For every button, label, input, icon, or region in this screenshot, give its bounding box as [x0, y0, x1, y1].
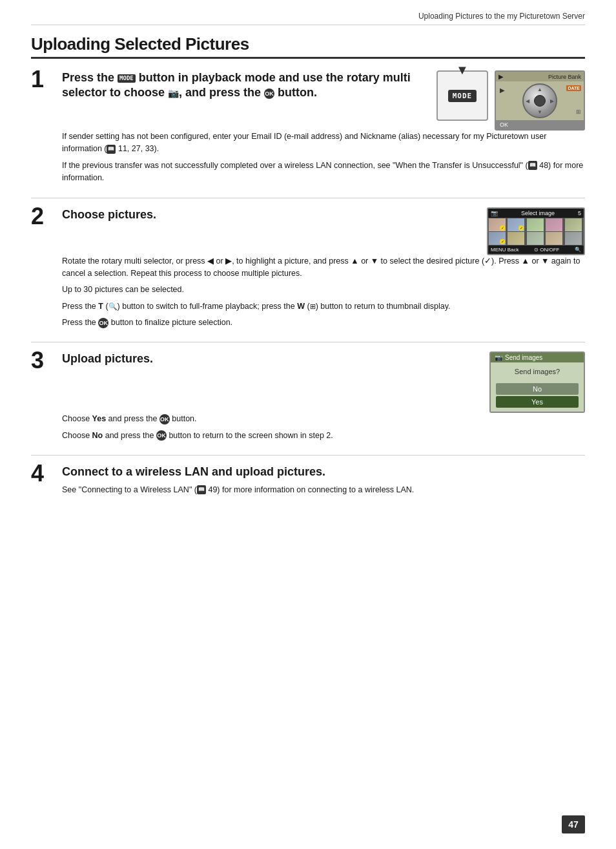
- step-1-para-1: If sender setting has not been configure…: [62, 131, 585, 156]
- header-title: Uploading Pictures to the my Picturetown…: [31, 12, 585, 25]
- step-3-para-2: Choose No and press the OK button to ret…: [62, 430, 585, 442]
- step-2-block: 2 Choose pictures. 📷 Select image 5: [31, 207, 585, 343]
- ok-icon-2: OK: [98, 318, 108, 328]
- step-1-images: ▼ MODE ▶ Picture Bank ▶: [436, 70, 585, 131]
- nav-left-arrow: ◀: [526, 98, 529, 104]
- step-2-content: Choose pictures. 📷 Select image 5 ✓: [62, 207, 585, 333]
- step-3-content: Upload pictures. 📷 Send images Send imag…: [62, 351, 585, 446]
- step-1-content: Press the MODE button in playback mode a…: [62, 70, 585, 189]
- arrow-down-icon: ▼: [456, 63, 469, 78]
- img-cell-10: [565, 232, 582, 245]
- ref-icon-3: 📖: [197, 485, 206, 494]
- step-3-heading: Upload pictures.: [62, 351, 479, 366]
- step-4-content: Connect to a wireless LAN and upload pic…: [62, 465, 585, 500]
- ok-button-icon: OK: [264, 89, 274, 99]
- menu-back-label: MENU Back: [491, 247, 519, 253]
- thumbnails-icon: ⊞: [576, 109, 581, 115]
- img-thumb-8: [527, 232, 544, 245]
- send-screen-header: 📷 Send images: [491, 353, 584, 362]
- mode-label: MODE: [448, 90, 477, 102]
- step-1-body: If sender setting has not been configure…: [62, 131, 585, 185]
- left-play-icon: ▶: [500, 87, 505, 94]
- send-btn-no: No: [496, 383, 579, 395]
- camera-screen-top: ▶ Picture Bank: [496, 72, 584, 81]
- img-cell-3: [527, 218, 544, 231]
- step-2-heading: Choose pictures.: [62, 207, 477, 222]
- date-badge: DATE: [566, 85, 581, 91]
- ok-label-bottom: OK: [500, 121, 508, 128]
- step-4-number: 4: [31, 462, 62, 485]
- select-image-screen: 📷 Select image 5 ✓ ✓ ✓: [487, 207, 585, 255]
- mode-button-illustration: ▼ MODE: [436, 70, 488, 121]
- ok-icon-3b: OK: [156, 430, 167, 441]
- nav-right-arrow: ▶: [550, 98, 554, 104]
- step-3-block: 3 Upload pictures. 📷 Send images: [31, 351, 585, 456]
- check-2: ✓: [518, 225, 524, 231]
- step-2-para-3: Press the T (🔍) button to switch to full…: [62, 300, 585, 313]
- img-cell-6: ✓: [489, 232, 506, 245]
- select-img-bottom: MENU Back ⊙ ON/OFF 🔍: [488, 246, 584, 254]
- check-1: ✓: [500, 225, 505, 231]
- select-img-header: 📷 Select image 5: [488, 209, 584, 218]
- camera-lcd-screen: ▶ Picture Bank ▶ ▲ ▼ ◀ ▶: [495, 70, 585, 131]
- nav-up-arrow: ▲: [537, 87, 542, 92]
- step-3-images: 📷 Send images Send images? No Yes: [489, 351, 585, 413]
- step-2-images: 📷 Select image 5 ✓ ✓ ✓: [487, 207, 585, 255]
- step-4-body: See "Connecting to a Wireless LAN" (📖 49…: [62, 484, 585, 496]
- step-1-para-2: If the previous transfer was not success…: [62, 160, 585, 185]
- ok-icon-3a: OK: [159, 414, 170, 424]
- step-2-para-2: Up to 30 pictures can be selected.: [62, 284, 585, 296]
- step-2-body: Rotate the rotary multi selector, or pre…: [62, 255, 585, 330]
- img-thumb-3: [527, 218, 544, 231]
- img-thumb-5: [565, 218, 582, 231]
- page-number: 47: [562, 815, 585, 833]
- step-3-body: Choose Yes and press the OK button. Choo…: [62, 413, 585, 442]
- step-2-para-4: Press the OK button to finalize picture …: [62, 317, 585, 329]
- step-3-number: 3: [31, 349, 62, 372]
- step-1-heading: Press the MODE button in playback mode a…: [62, 70, 426, 101]
- nav-down-arrow: ▼: [537, 109, 542, 115]
- on-off-label: ⊙ ON/OFF: [534, 247, 559, 253]
- rotary-dial: ▲ ▼ ◀ ▶: [522, 83, 557, 118]
- img-cell-7: [508, 232, 524, 245]
- img-thumb-9: [546, 232, 562, 245]
- select-img-label: Select image: [521, 210, 555, 216]
- step-2-para-1: Rotate the rotary multi selector, or pre…: [62, 255, 585, 280]
- img-thumb-4: [546, 218, 562, 231]
- select-img-grid: ✓ ✓ ✓: [488, 218, 584, 246]
- step-3-para-1: Choose Yes and press the OK button.: [62, 413, 585, 425]
- page-title: Uploading Selected Pictures: [31, 34, 585, 54]
- select-img-count: 5: [578, 210, 581, 216]
- send-icon: 📷: [495, 354, 502, 361]
- playback-icon: ▶: [498, 73, 504, 80]
- check-6: ✓: [500, 239, 505, 244]
- img-cell-4: [546, 218, 562, 231]
- zoom-icon: 🔍: [575, 247, 581, 253]
- img-cell-2: ✓: [508, 218, 524, 231]
- select-img-icon: 📷: [491, 210, 498, 216]
- step-1-block: 1 Press the MODE button in playback mode…: [31, 70, 585, 198]
- ref-icon-2: 📖: [528, 161, 537, 170]
- send-screen-title: Send images: [505, 354, 542, 361]
- step-4-block: 4 Connect to a wireless LAN and upload p…: [31, 465, 585, 509]
- title-divider: [31, 57, 585, 59]
- img-thumb-10: [565, 232, 582, 245]
- mode-button-icon: MODE: [118, 74, 136, 83]
- send-btn-yes: Yes: [496, 396, 579, 408]
- picture-bank-label: Picture Bank: [548, 74, 581, 80]
- page-container: Uploading Pictures to the my Picturetown…: [0, 0, 616, 549]
- step-2-number: 2: [31, 205, 62, 228]
- step-1-number: 1: [31, 68, 62, 91]
- camera-screen-body: ▶ ▲ ▼ ◀ ▶ DATE: [496, 81, 584, 120]
- img-cell-9: [546, 232, 562, 245]
- img-cell-5: [565, 218, 582, 231]
- send-question: Send images?: [491, 365, 584, 382]
- rotary-center: [534, 95, 546, 107]
- step-4-para-1: See "Connecting to a Wireless LAN" (📖 49…: [62, 484, 585, 496]
- img-thumb-7: [508, 232, 524, 245]
- step-4-heading: Connect to a wireless LAN and upload pic…: [62, 465, 585, 479]
- img-cell-8: [527, 232, 544, 245]
- send-screen-body: Send images? No Yes: [491, 362, 584, 412]
- send-images-screen: 📷 Send images Send images? No Yes: [489, 351, 585, 413]
- ref-icon-1: 📖: [107, 145, 116, 154]
